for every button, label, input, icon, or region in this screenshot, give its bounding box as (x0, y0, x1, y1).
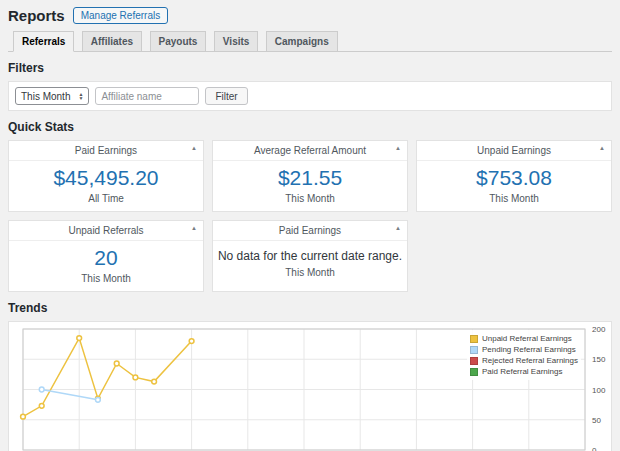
manage-referrals-button[interactable]: Manage Referrals (73, 7, 168, 24)
tab-affiliates[interactable]: Affiliates (82, 31, 142, 52)
filters-heading: Filters (8, 61, 612, 75)
stat-card-title: Unpaid Earnings (477, 145, 551, 156)
stat-card-unpaid-earnings: Unpaid Earnings ▲ $753.08 This Month (416, 140, 612, 212)
legend-label: Rejected Referral Earnings (482, 356, 578, 365)
stat-card-title: Paid Earnings (75, 145, 137, 156)
stat-value: $753.08 (421, 166, 607, 190)
stat-value: $45,495.20 (13, 166, 199, 190)
stat-card-paid-earnings-all-time: Paid Earnings ▲ $45,495.20 All Time (8, 140, 204, 212)
reports-page: Reports Manage Referrals Referrals Affil… (0, 0, 620, 451)
legend-label: Paid Referral Earnings (482, 367, 562, 376)
legend-item-pending: Pending Referral Earnings (470, 345, 578, 354)
svg-text:200: 200 (592, 325, 606, 334)
svg-text:0: 0 (592, 446, 597, 451)
stat-period: All Time (13, 193, 199, 204)
legend-item-paid: Paid Referral Earnings (470, 367, 578, 376)
stat-card-title: Unpaid Referrals (68, 225, 143, 236)
stat-period: This Month (217, 193, 403, 204)
collapse-toggle-icon[interactable]: ▲ (191, 225, 197, 231)
legend-label: Pending Referral Earnings (482, 345, 576, 354)
stat-card-unpaid-referrals: Unpaid Referrals ▲ 20 This Month (8, 220, 204, 292)
page-title: Reports (8, 7, 65, 24)
stat-period: This Month (421, 193, 607, 204)
trends-chart: Jul 1Jul 4Jul 7Jul 10Jul 13Jul 16Jul 19J… (8, 321, 612, 451)
legend-item-unpaid: Unpaid Referral Earnings (470, 334, 578, 343)
report-tabs: Referrals Affiliates Payouts Visits Camp… (8, 31, 612, 52)
quick-stats-row-1: Paid Earnings ▲ $45,495.20 All Time Aver… (8, 140, 612, 212)
quick-stats-row-2: Unpaid Referrals ▲ 20 This Month Paid Ea… (8, 220, 612, 292)
svg-text:50: 50 (592, 416, 601, 425)
collapse-toggle-icon[interactable]: ▲ (599, 145, 605, 151)
stat-card-average-referral-amount: Average Referral Amount ▲ $21.55 This Mo… (212, 140, 408, 212)
tab-payouts[interactable]: Payouts (150, 31, 207, 52)
stat-no-data-message: No data for the current date range. (217, 246, 403, 264)
collapse-toggle-icon[interactable]: ▲ (395, 225, 401, 231)
legend-swatch-rejected-icon (470, 357, 478, 365)
legend-swatch-unpaid-icon (470, 335, 478, 343)
stat-card-paid-earnings-month: Paid Earnings ▲ No data for the current … (212, 220, 408, 292)
legend-item-rejected: Rejected Referral Earnings (470, 356, 578, 365)
legend-swatch-pending-icon (470, 346, 478, 354)
stat-value: 20 (13, 246, 199, 270)
filter-button[interactable]: Filter (205, 87, 247, 105)
collapse-toggle-icon[interactable]: ▲ (395, 145, 401, 151)
select-arrows-icon: ▲▼ (78, 92, 83, 101)
trends-heading: Trends (8, 301, 612, 315)
quick-stats-heading: Quick Stats (8, 120, 612, 134)
stat-value: $21.55 (217, 166, 403, 190)
tab-visits[interactable]: Visits (214, 31, 259, 52)
svg-text:100: 100 (592, 386, 606, 395)
legend-label: Unpaid Referral Earnings (482, 334, 572, 343)
svg-text:150: 150 (592, 356, 606, 365)
tab-campaigns[interactable]: Campaigns (266, 31, 338, 52)
date-range-selected-value: This Month (21, 91, 70, 102)
affiliate-name-input[interactable] (95, 87, 199, 105)
stat-period: This Month (217, 267, 403, 278)
chart-legend: Unpaid Referral Earnings Pending Referra… (467, 330, 581, 380)
collapse-toggle-icon[interactable]: ▲ (191, 145, 197, 151)
page-header: Reports Manage Referrals (8, 5, 612, 31)
date-range-select[interactable]: This Month ▲▼ (15, 87, 89, 105)
tab-referrals[interactable]: Referrals (13, 31, 74, 52)
stat-card-title: Paid Earnings (279, 225, 341, 236)
stat-card-title: Average Referral Amount (254, 145, 366, 156)
stat-period: This Month (13, 273, 199, 284)
filters-panel: This Month ▲▼ Filter (8, 81, 612, 111)
legend-swatch-paid-icon (470, 368, 478, 376)
